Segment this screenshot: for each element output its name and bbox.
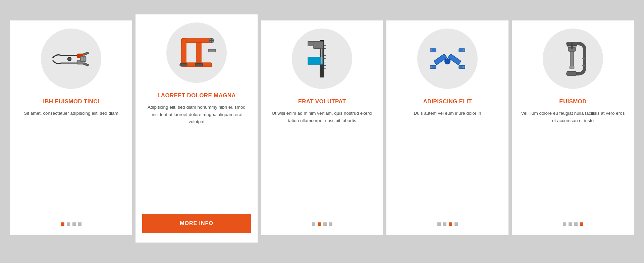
dot-1 [67, 222, 70, 226]
icon-circle-card5 [543, 29, 603, 89]
dot-0 [61, 222, 64, 226]
card-card1: IBH EUISMOD TINCISit amet, consectetuer … [10, 20, 132, 235]
svg-rect-26 [321, 49, 322, 64]
dot-3 [580, 222, 583, 226]
dot-3 [329, 222, 332, 226]
dot-2 [72, 222, 76, 226]
dot-3 [454, 222, 458, 226]
svg-rect-11 [208, 49, 216, 52]
svg-rect-24 [314, 41, 323, 49]
icon-circle-card4 [417, 29, 478, 89]
svg-rect-9 [180, 63, 187, 66]
card-body-card4: Duis autem vel eum iriure dolor in [414, 110, 481, 214]
svg-rect-27 [434, 54, 447, 65]
card-title-card4: ADIPISCING ELIT [423, 98, 472, 105]
svg-point-35 [430, 66, 432, 68]
svg-rect-43 [567, 71, 576, 75]
dot-1 [443, 222, 446, 226]
dots-row-card5 [563, 222, 583, 226]
icon-circle-card2 [166, 22, 227, 83]
svg-rect-8 [197, 43, 201, 63]
dot-2 [449, 222, 452, 226]
icon-circle-card1 [41, 29, 101, 89]
icon-circle-card3 [292, 29, 352, 89]
more-info-button[interactable]: MORE INFO [142, 214, 251, 233]
svg-point-2 [68, 57, 71, 61]
dot-2 [323, 222, 327, 226]
dots-row-card3 [312, 222, 332, 226]
svg-rect-44 [570, 66, 574, 69]
dot-1 [318, 222, 321, 226]
dot-1 [569, 222, 572, 226]
card-body-card3: Ut wisi enim ad minim veniam, quis nostr… [268, 110, 376, 214]
card-body-card2: Adipiscing elit, sed diam nonummy nibh e… [142, 104, 251, 206]
card-card2: LAOREET DOLORE MAGNAAdipiscing elit, sed… [136, 14, 258, 243]
dot-0 [563, 222, 566, 226]
card-body-card1: Sit amet, consectetuer adipiscing elit, … [24, 110, 118, 214]
card-body-card5: Vel illum dolore eu feugiat nulla facili… [519, 110, 627, 214]
svg-rect-39 [570, 49, 574, 69]
svg-rect-10 [195, 63, 203, 66]
card-title-card3: ERAT VOLUTPAT [298, 98, 346, 105]
svg-rect-28 [448, 54, 461, 65]
dot-0 [312, 222, 315, 226]
svg-point-37 [463, 66, 465, 68]
card-card4: ADIPISCING ELITDuis autem vel eum iriure… [386, 20, 508, 235]
card-title-card5: EUISMOD [559, 98, 586, 105]
dot-2 [574, 222, 578, 226]
dots-row-card1 [61, 222, 82, 226]
svg-point-36 [463, 49, 465, 51]
dot-3 [78, 222, 82, 226]
card-title-card2: LAOREET DOLORE MAGNA [157, 92, 236, 99]
dot-0 [437, 222, 441, 226]
svg-point-34 [430, 49, 432, 51]
card-card5: EUISMODVel illum dolore eu feugiat nulla… [512, 20, 634, 235]
card-title-card1: IBH EUISMOD TINCI [43, 98, 99, 105]
cards-container: IBH EUISMOD TINCISit amet, consectetuer … [10, 20, 634, 243]
card-card3: ERAT VOLUTPATUt wisi enim ad minim venia… [261, 20, 383, 235]
svg-point-29 [445, 59, 450, 64]
dots-row-card4 [437, 222, 458, 226]
